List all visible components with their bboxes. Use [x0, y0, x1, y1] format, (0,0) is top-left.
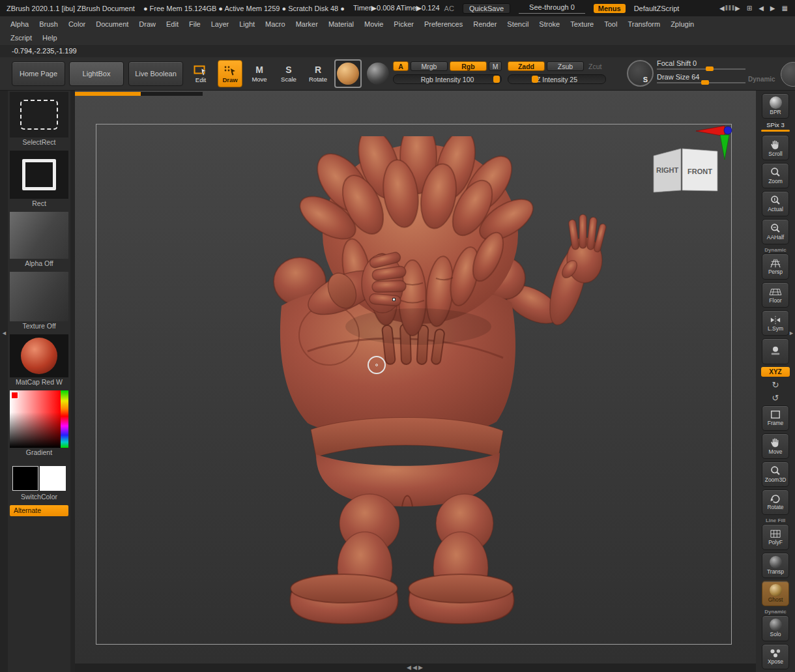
menu-file[interactable]: File — [184, 20, 206, 28]
grid-icon[interactable]: ▦ — [782, 5, 788, 12]
next-doc-icon[interactable]: ▶ — [770, 5, 776, 12]
bpr-button[interactable]: BPR — [762, 93, 789, 119]
secondary-material-thumb[interactable] — [364, 59, 392, 88]
scale-button[interactable]: S Scale — [276, 60, 301, 87]
menu-tool[interactable]: Tool — [599, 20, 622, 28]
menu-texture[interactable]: Texture — [565, 20, 599, 28]
menus-button[interactable]: Menus — [594, 4, 626, 13]
frame-button[interactable]: Frame — [762, 405, 789, 431]
document-canvas[interactable]: RIGHT FRONT — [75, 91, 756, 664]
menu-transform[interactable]: Transform — [622, 20, 665, 28]
menu-material[interactable]: Material — [323, 20, 359, 28]
zsub-button[interactable]: Zsub — [547, 61, 584, 71]
orientation-gizmo[interactable]: RIGHT FRONT — [647, 122, 745, 200]
draw-button[interactable]: Draw — [218, 60, 242, 87]
menu-alpha[interactable]: Alpha — [5, 20, 34, 28]
menu-color[interactable]: Color — [63, 20, 91, 28]
rgb-intensity-slider[interactable]: Rgb Intensity 100 — [393, 74, 502, 84]
menu-layer[interactable]: Layer — [206, 20, 235, 28]
xpose-button[interactable]: Xpose — [762, 644, 789, 669]
mrgb-button[interactable]: Mrgb — [411, 61, 448, 71]
menu-help[interactable]: Help — [37, 34, 63, 42]
transp-button[interactable]: Transp — [762, 553, 789, 578]
z-intensity-slider[interactable]: Z Intensity 25 — [508, 74, 606, 84]
move-canvas-button[interactable]: Move — [762, 433, 789, 459]
material-thumb[interactable]: MatCap Red W — [10, 334, 68, 387]
menu-document[interactable]: Document — [91, 20, 134, 28]
ghost-button[interactable]: Ghost — [762, 581, 789, 606]
add-tray-icon[interactable]: ⊞ — [747, 5, 753, 12]
alpha-thumb[interactable]: Alpha Off — [10, 212, 68, 269]
rgb-button[interactable]: Rgb — [450, 61, 487, 71]
menu-zscript[interactable]: Zscript — [5, 34, 37, 42]
polyf-button[interactable]: PolyF — [762, 524, 789, 550]
move-button[interactable]: M Move — [247, 60, 272, 87]
y-axis-arrow-icon[interactable] — [720, 135, 729, 160]
zoom-button[interactable]: Zoom — [762, 163, 789, 188]
stroke-type-thumb[interactable]: SelectRect — [10, 92, 68, 147]
quicksave-button[interactable]: QuickSave — [463, 3, 510, 14]
rgb-intensity-handle[interactable] — [493, 76, 500, 83]
left-tray-collapse-arrow[interactable]: ◄ — [1, 330, 7, 336]
draw-size-slider[interactable]: Draw Size 64 — [657, 73, 745, 85]
actual-button[interactable]: Actual — [762, 191, 789, 216]
menu-stroke[interactable]: Stroke — [534, 20, 565, 28]
tray-divider-dark[interactable] — [141, 92, 203, 96]
right-tray-collapse-arrow[interactable]: ► — [788, 330, 794, 336]
persp-button[interactable]: Persp — [762, 254, 789, 280]
live-boolean-button[interactable]: Live Boolean — [128, 61, 183, 86]
solo-button[interactable]: Solo — [762, 615, 789, 641]
scroll-button[interactable]: Scroll — [762, 135, 789, 160]
zoom3d-button[interactable]: Zoom3D — [762, 461, 789, 487]
menu-draw[interactable]: Draw — [134, 20, 161, 28]
see-through-slider[interactable]: See-through 0 — [519, 3, 585, 14]
horizontal-scrollbar[interactable]: ◀◀▶ — [75, 664, 756, 672]
menu-movie[interactable]: Movie — [359, 20, 388, 28]
edit-button[interactable]: Edit — [188, 60, 213, 87]
z-intensity-handle[interactable] — [532, 76, 538, 83]
main-color-swatch[interactable] — [12, 466, 38, 491]
x-axis-arrow-icon[interactable] — [696, 126, 725, 136]
spin-ccw-icon[interactable]: ↺ — [772, 392, 779, 403]
prev-doc-icon[interactable]: ◀ — [759, 5, 764, 12]
menu-marker[interactable]: Marker — [291, 20, 323, 28]
m-button[interactable]: M — [489, 61, 502, 71]
texture-thumb[interactable]: Texture Off — [10, 272, 68, 331]
spix-slider[interactable]: SPix 3 — [761, 121, 790, 132]
menu-brush[interactable]: Brush — [34, 20, 63, 28]
color-hue-strip[interactable] — [61, 390, 68, 448]
menu-stencil[interactable]: Stencil — [502, 20, 534, 28]
undo-history-icon[interactable]: ◀‖‖‖▶ — [719, 5, 741, 12]
aahalf-button[interactable]: AAHalf — [762, 219, 789, 244]
menu-render[interactable]: Render — [468, 20, 502, 28]
rotate-canvas-button[interactable]: Rotate — [762, 489, 789, 515]
menu-picker[interactable]: Picker — [388, 20, 419, 28]
focal-shift-handle[interactable] — [706, 66, 714, 71]
stroke-picker-button[interactable]: S — [627, 60, 654, 87]
current-material-thumb[interactable] — [334, 59, 362, 88]
secondary-color-swatch[interactable] — [40, 466, 66, 491]
menu-edit[interactable]: Edit — [161, 20, 184, 28]
draw-size-handle[interactable] — [701, 80, 709, 85]
local-button[interactable] — [762, 338, 789, 364]
zcut-button[interactable]: Zcut — [588, 63, 601, 70]
lsym-button[interactable]: L.Sym — [762, 310, 789, 336]
rect-stroke-thumb[interactable]: Rect — [10, 151, 68, 209]
shelf-overflow-button[interactable] — [781, 62, 795, 87]
menu-light[interactable]: Light — [234, 20, 260, 28]
focal-shift-slider[interactable]: Focal Shift 0 — [657, 59, 745, 71]
home-page-button[interactable]: Home Page — [12, 61, 65, 86]
sculpt-model[interactable] — [246, 136, 624, 658]
z-axis-dot-icon[interactable] — [724, 126, 732, 134]
menu-preferences[interactable]: Preferences — [419, 20, 468, 28]
floor-button[interactable]: Floor — [762, 282, 789, 308]
lightbox-button[interactable]: LightBox — [69, 61, 124, 86]
alternate-button[interactable]: Alternate — [10, 505, 68, 516]
channel-a-button[interactable]: A — [393, 61, 409, 71]
tray-divider-orange[interactable] — [75, 92, 141, 96]
spin-cw-icon[interactable]: ↻ — [772, 379, 779, 390]
menu-zplugin[interactable]: Zplugin — [665, 20, 699, 28]
xyz-symmetry-button[interactable]: XYZ — [761, 367, 790, 377]
menu-macro[interactable]: Macro — [260, 20, 291, 28]
rotate-button[interactable]: R Rotate — [306, 60, 330, 87]
